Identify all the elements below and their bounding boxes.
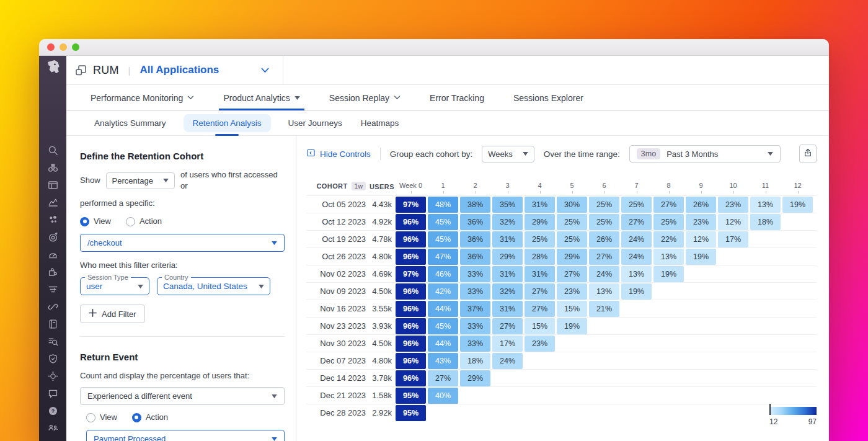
retention-cell[interactable]: 95% <box>396 388 426 404</box>
retention-cell[interactable]: 19% <box>782 197 813 213</box>
retention-cell[interactable]: 27% <box>621 214 652 230</box>
retention-cell[interactable]: 13% <box>653 249 684 265</box>
organization-icon[interactable] <box>47 422 59 434</box>
retention-cell[interactable]: 48% <box>428 197 458 213</box>
retention-cell[interactable]: 45% <box>428 318 458 334</box>
return-event-type-select[interactable]: Experienced a different event <box>80 387 285 405</box>
retention-cell[interactable]: 27% <box>428 370 458 386</box>
security-icon[interactable] <box>47 353 59 365</box>
retention-cell[interactable]: 17% <box>718 231 748 247</box>
retention-cell[interactable]: 12% <box>718 214 748 230</box>
datadog-logo[interactable] <box>45 59 61 78</box>
retention-cell[interactable]: 19% <box>653 266 684 282</box>
retention-cell[interactable]: 24% <box>621 249 652 265</box>
retention-cell[interactable]: 96% <box>396 301 426 317</box>
retention-cell[interactable]: 32% <box>492 283 523 300</box>
notebooks-icon[interactable] <box>47 318 59 330</box>
search-icon[interactable] <box>47 145 59 156</box>
retention-cell[interactable]: 24% <box>621 231 652 247</box>
retention-cell[interactable]: 21% <box>589 301 619 317</box>
subtab-user-journeys[interactable]: User Journeys <box>287 114 343 132</box>
retention-cell[interactable]: 25% <box>525 231 555 247</box>
retention-cell[interactable]: 38% <box>460 197 490 213</box>
retention-cell[interactable]: 19% <box>686 249 716 265</box>
retention-cell[interactable]: 15% <box>557 301 587 317</box>
retention-cell[interactable]: 36% <box>460 214 490 230</box>
retention-cell[interactable]: 45% <box>428 214 458 230</box>
time-range-select[interactable]: 3mo Past 3 Months <box>629 145 781 163</box>
integrations-icon[interactable] <box>47 266 59 278</box>
retention-cell[interactable]: 96% <box>396 231 426 247</box>
retention-cell[interactable]: 19% <box>621 283 652 300</box>
retention-cell[interactable]: 29% <box>557 249 587 265</box>
retention-cell[interactable]: 31% <box>525 266 555 282</box>
retention-cell[interactable]: 27% <box>492 318 523 334</box>
apm-icon[interactable] <box>47 249 59 261</box>
retention-cell[interactable]: 31% <box>492 266 523 282</box>
minimize-window-button[interactable] <box>60 43 67 51</box>
ci-icon[interactable] <box>47 301 59 313</box>
retention-cell[interactable]: 31% <box>525 197 555 213</box>
retention-cell[interactable]: 23% <box>525 336 555 352</box>
retention-cell[interactable]: 25% <box>621 197 652 213</box>
retention-cell[interactable]: 97% <box>396 197 426 213</box>
retention-cell[interactable]: 27% <box>653 197 684 213</box>
retention-cell[interactable]: 23% <box>557 283 587 300</box>
feedback-icon[interactable] <box>47 388 59 399</box>
retention-cell[interactable]: 36% <box>460 249 490 265</box>
retention-cell[interactable]: 33% <box>460 318 490 334</box>
retention-cell[interactable]: 12% <box>686 231 716 247</box>
tab-performance-monitoring[interactable]: Performance Monitoring <box>91 85 194 110</box>
retention-cell[interactable]: 19% <box>557 318 587 334</box>
group-by-select[interactable]: Weeks <box>482 146 534 163</box>
retention-cell[interactable]: 13% <box>750 197 781 213</box>
tab-session-replay[interactable]: Session Replay <box>329 85 401 110</box>
retention-cell[interactable]: 96% <box>396 283 426 300</box>
maximize-window-button[interactable] <box>72 43 79 51</box>
retention-cell[interactable]: 25% <box>589 197 619 213</box>
retention-cell[interactable]: 30% <box>557 197 587 213</box>
retention-cell[interactable]: 26% <box>686 197 716 213</box>
return-view-radio[interactable]: View <box>86 412 117 423</box>
country-filter[interactable]: Country Canada, United States <box>157 274 270 295</box>
retention-cell[interactable]: 25% <box>589 214 619 230</box>
dashboards-icon[interactable] <box>47 179 59 191</box>
retention-cell[interactable]: 27% <box>525 301 555 317</box>
retention-cell[interactable]: 37% <box>460 301 490 317</box>
retention-cell[interactable]: 43% <box>428 353 458 369</box>
retention-cell[interactable]: 13% <box>621 266 652 282</box>
session-type-filter[interactable]: Session Type user <box>80 274 149 295</box>
cohort-action-radio[interactable]: Action <box>126 216 162 227</box>
retention-cell[interactable]: 46% <box>428 266 458 282</box>
retention-cell[interactable]: 96% <box>396 370 426 386</box>
retention-cell[interactable]: 45% <box>428 231 458 247</box>
retention-cell[interactable]: 44% <box>428 301 458 317</box>
tab-sessions-explorer[interactable]: Sessions Explorer <box>513 85 583 110</box>
retention-cell[interactable]: 24% <box>589 266 619 282</box>
retention-cell[interactable]: 26% <box>589 231 619 247</box>
retention-cell[interactable]: 33% <box>460 266 490 282</box>
subtab-heatmaps[interactable]: Heatmaps <box>360 114 401 132</box>
retention-cell[interactable]: 17% <box>492 336 523 352</box>
retention-cell[interactable]: 13% <box>589 283 619 300</box>
cohort-event-select[interactable]: /checkout <box>80 234 285 252</box>
retention-cell[interactable]: 96% <box>396 249 426 265</box>
retention-cell[interactable]: 29% <box>492 249 523 265</box>
retention-cell[interactable]: 96% <box>396 318 426 334</box>
retention-cell[interactable]: 95% <box>396 405 426 421</box>
metrics-icon[interactable] <box>47 197 59 208</box>
export-button[interactable] <box>799 145 817 163</box>
subtab-retention-analysis[interactable]: Retention Analysis <box>184 114 271 132</box>
retention-cell[interactable]: 27% <box>525 283 555 300</box>
add-filter-button[interactable]: Add Filter <box>80 305 145 323</box>
retention-cell[interactable]: 23% <box>686 214 716 230</box>
retention-cell[interactable]: 25% <box>557 231 587 247</box>
application-selector[interactable]: All Applications <box>140 64 269 76</box>
retention-cell[interactable]: 40% <box>428 388 458 404</box>
retention-cell[interactable]: 36% <box>460 231 490 247</box>
help-icon[interactable]: ? <box>47 405 59 417</box>
retention-cell[interactable]: 31% <box>492 301 523 317</box>
retention-cell[interactable]: 27% <box>589 249 619 265</box>
retention-cell[interactable]: 15% <box>525 318 555 334</box>
retention-cell[interactable]: 96% <box>396 336 426 352</box>
